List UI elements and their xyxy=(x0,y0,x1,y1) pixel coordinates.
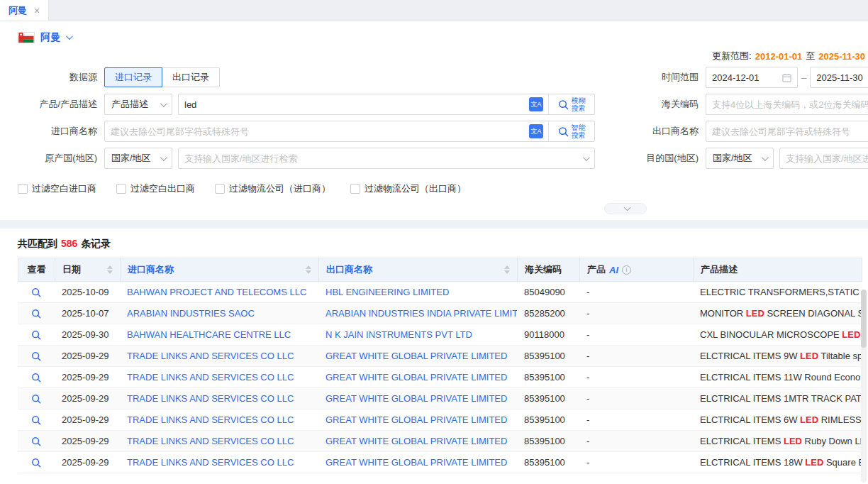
hs-code-cell: 90118000 xyxy=(517,329,579,340)
view-detail-button[interactable] xyxy=(31,415,41,425)
table-row: 2025-09-29TRADE LINKS AND SERVICES CO LL… xyxy=(18,452,862,473)
description-cell: ELECTRIC TRANSFORMERS,STATIC C... xyxy=(693,287,862,297)
smart-search-button[interactable]: 智能 搜索 xyxy=(549,121,594,141)
exporter-link[interactable]: GREAT WHITE GLOBAL PRIVATE LIMITED xyxy=(318,393,517,404)
update-range-end: 2025-11-30 xyxy=(818,51,865,62)
exporter-link[interactable]: GREAT WHITE GLOBAL PRIVATE LIMITED xyxy=(318,351,517,361)
led-highlight: LED xyxy=(805,457,823,468)
magnifier-icon xyxy=(31,330,41,340)
header-view: 查看 xyxy=(18,258,55,281)
view-detail-button[interactable] xyxy=(31,373,41,383)
view-detail-button[interactable] xyxy=(31,351,41,361)
magnifier-icon xyxy=(31,373,41,383)
view-cell xyxy=(18,436,55,446)
country-header: 阿曼 xyxy=(0,21,868,45)
filter-empty-exporter-checkbox[interactable]: 过滤空白出口商 xyxy=(116,182,195,195)
exporter-link[interactable]: GREAT WHITE GLOBAL PRIVATE LIMITED xyxy=(318,436,517,446)
end-date-value: 2025-11-30 xyxy=(816,72,863,83)
filter-logistics-importer-checkbox[interactable]: 过滤物流公司（进口商） xyxy=(215,182,330,195)
dest-country-type-select[interactable]: 国家/地区 xyxy=(706,148,774,169)
tab-close-icon[interactable]: × xyxy=(34,5,40,16)
sort-icon[interactable] xyxy=(101,265,113,274)
importer-link[interactable]: ARABIAN INDUSTRIES SAOC xyxy=(120,308,318,319)
tab-oman[interactable]: 阿曼 × xyxy=(0,0,49,21)
importer-link[interactable]: TRADE LINKS AND SERVICES CO LLC xyxy=(120,436,318,446)
chevron-down-icon xyxy=(762,154,769,161)
product-cell: - xyxy=(579,329,693,340)
origin-country-type-select[interactable]: 国家/地区 xyxy=(104,148,172,169)
origin-country-row: 原产国(地区) 国家/地区 目的国(地区) 国家/地区 xyxy=(0,148,868,169)
header-product: 产品 AI i xyxy=(580,258,694,281)
hs-code-input[interactable] xyxy=(706,94,868,114)
header-exporter[interactable]: 出口商名称 xyxy=(319,258,518,281)
product-cell: - xyxy=(579,287,693,297)
checkbox-label: 过滤空白进口商 xyxy=(32,182,96,195)
dest-country-label: 目的国(地区) xyxy=(633,152,699,165)
info-icon[interactable]: i xyxy=(622,265,631,275)
exporter-link[interactable]: GREAT WHITE GLOBAL PRIVATE LIMITED xyxy=(318,457,517,468)
magnifier-icon xyxy=(31,458,41,468)
collapse-filters-button[interactable] xyxy=(604,203,647,214)
view-cell xyxy=(18,394,55,404)
hs-code-input-group xyxy=(706,94,868,115)
view-detail-button[interactable] xyxy=(31,436,41,446)
filter-logistics-exporter-checkbox[interactable]: 过滤物流公司（出口商） xyxy=(350,182,466,195)
tab-import-records[interactable]: 进口记录 xyxy=(104,67,162,87)
importer-link[interactable]: TRADE LINKS AND SERVICES CO LLC xyxy=(120,372,318,383)
product-input[interactable] xyxy=(179,94,529,114)
table-row: 2025-09-29TRADE LINKS AND SERVICES CO LL… xyxy=(18,346,862,367)
time-range-group: 时间范围 2024-12-01 – 2025-11-30 xyxy=(633,67,868,88)
view-detail-button[interactable] xyxy=(31,330,41,340)
sort-icon[interactable] xyxy=(300,265,311,274)
importer-link[interactable]: TRADE LINKS AND SERVICES CO LLC xyxy=(120,414,318,425)
view-detail-button[interactable] xyxy=(31,287,41,297)
header-date[interactable]: 日期 xyxy=(55,258,121,281)
exporter-input[interactable] xyxy=(706,121,868,141)
description-cell: MONITOR LED SCREEN DIAGONAL S... xyxy=(693,308,862,319)
description-cell: ELCTRICAL ITEMS 6W LED RIMLESS ... xyxy=(693,414,862,425)
exporter-link[interactable]: GREAT WHITE GLOBAL PRIVATE LIMITED xyxy=(318,414,517,425)
summary-suffix: 条记录 xyxy=(81,238,111,249)
view-detail-button[interactable] xyxy=(31,458,41,468)
importer-link[interactable]: TRADE LINKS AND SERVICES CO LLC xyxy=(120,457,318,468)
product-type-select[interactable]: 产品描述 xyxy=(104,94,172,115)
fuzzy-search-button[interactable]: 模糊 搜索 xyxy=(549,94,594,114)
start-date-input[interactable]: 2024-12-01 xyxy=(706,67,798,88)
filter-empty-importer-checkbox[interactable]: 过滤空白进口商 xyxy=(18,182,96,195)
end-date-input[interactable]: 2025-11-30 xyxy=(810,67,868,88)
checkbox-icon xyxy=(215,184,225,194)
importer-input[interactable] xyxy=(105,121,529,141)
importer-link[interactable]: BAHWAN PROJECT AND TELECOMS LLC xyxy=(120,287,318,297)
importer-link[interactable]: TRADE LINKS AND SERVICES CO LLC xyxy=(120,393,318,404)
date-cell: 2025-09-29 xyxy=(55,414,120,425)
product-row: 产品/产品描述 产品描述 文A 模糊 搜索 海关编码 xyxy=(0,94,868,115)
exporter-link[interactable]: N K JAIN INSTRUMENTS PVT LTD xyxy=(318,329,517,340)
importer-link[interactable]: BAHWAN HEALTHCARE CENTRE LLC xyxy=(120,329,318,340)
view-cell xyxy=(18,415,55,425)
translate-icon[interactable]: 文A xyxy=(529,124,543,138)
view-detail-button[interactable] xyxy=(31,309,41,319)
sort-icon[interactable] xyxy=(499,265,510,274)
scrollbar-thumb[interactable] xyxy=(861,290,867,348)
origin-country-type-value: 国家/地区 xyxy=(111,152,151,165)
data-source-label: 数据源 xyxy=(18,71,97,84)
translate-icon[interactable]: 文A xyxy=(529,97,543,111)
header-importer[interactable]: 进口商名称 xyxy=(121,258,319,281)
checkbox-icon xyxy=(350,184,360,194)
date-cell: 2025-09-29 xyxy=(55,393,120,404)
product-cell: - xyxy=(579,308,693,319)
scrollbar[interactable] xyxy=(861,290,867,483)
product-cell: - xyxy=(579,436,693,446)
table-header: 查看 日期 进口商名称 出口商名称 海关编码 产品 AI i 产品描述 xyxy=(18,258,862,282)
view-detail-button[interactable] xyxy=(31,394,41,404)
exporter-link[interactable]: ARABIAN INDUSTRIES INDIA PRIVATE LIMIT..… xyxy=(318,308,517,319)
checkbox-label: 过滤物流公司（进口商） xyxy=(229,182,330,195)
importer-link[interactable]: TRADE LINKS AND SERVICES CO LLC xyxy=(120,351,318,361)
country-name[interactable]: 阿曼 xyxy=(40,31,60,44)
exporter-link[interactable]: HBL ENGINEERING LIMITED xyxy=(318,287,517,297)
chevron-down-icon[interactable] xyxy=(66,33,73,40)
dest-country-input[interactable] xyxy=(780,148,868,168)
exporter-link[interactable]: GREAT WHITE GLOBAL PRIVATE LIMITED xyxy=(318,372,517,383)
tab-export-records[interactable]: 出口记录 xyxy=(162,67,220,87)
origin-country-input[interactable] xyxy=(179,148,583,168)
